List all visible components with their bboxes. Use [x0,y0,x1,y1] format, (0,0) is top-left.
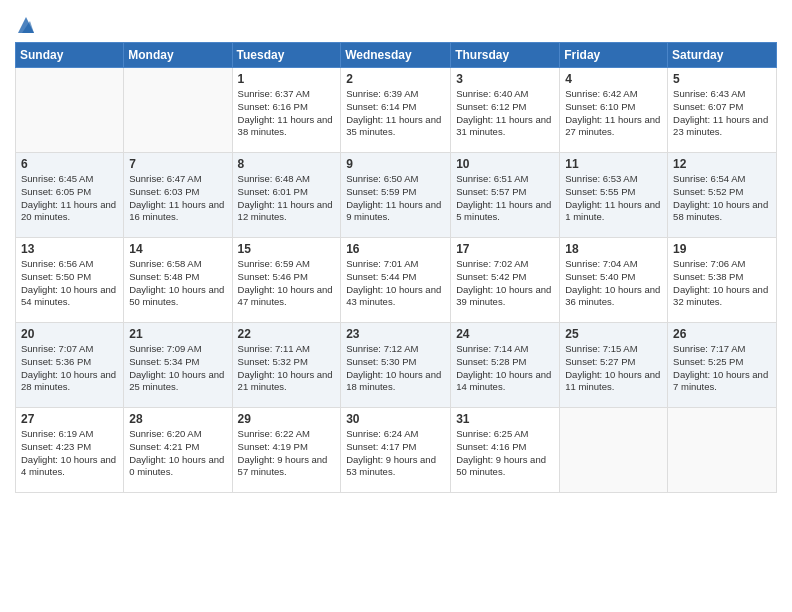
day-number: 22 [238,327,336,341]
logo-icon [16,15,36,37]
day-number: 29 [238,412,336,426]
calendar-cell: 6Sunrise: 6:45 AM Sunset: 6:05 PM Daylig… [16,153,124,238]
day-number: 8 [238,157,336,171]
week-row: 27Sunrise: 6:19 AM Sunset: 4:23 PM Dayli… [16,408,777,493]
calendar-cell: 8Sunrise: 6:48 AM Sunset: 6:01 PM Daylig… [232,153,341,238]
day-detail: Sunrise: 7:06 AM Sunset: 5:38 PM Dayligh… [673,258,771,309]
logo-general [15,15,36,37]
col-header-friday: Friday [560,43,668,68]
day-number: 18 [565,242,662,256]
calendar-cell: 17Sunrise: 7:02 AM Sunset: 5:42 PM Dayli… [451,238,560,323]
day-detail: Sunrise: 7:12 AM Sunset: 5:30 PM Dayligh… [346,343,445,394]
day-detail: Sunrise: 6:54 AM Sunset: 5:52 PM Dayligh… [673,173,771,224]
calendar-cell: 22Sunrise: 7:11 AM Sunset: 5:32 PM Dayli… [232,323,341,408]
logo [15,15,36,34]
day-number: 19 [673,242,771,256]
col-header-thursday: Thursday [451,43,560,68]
header-row: SundayMondayTuesdayWednesdayThursdayFrid… [16,43,777,68]
day-detail: Sunrise: 7:07 AM Sunset: 5:36 PM Dayligh… [21,343,118,394]
day-detail: Sunrise: 6:56 AM Sunset: 5:50 PM Dayligh… [21,258,118,309]
day-number: 14 [129,242,226,256]
day-detail: Sunrise: 6:59 AM Sunset: 5:46 PM Dayligh… [238,258,336,309]
day-number: 28 [129,412,226,426]
day-number: 6 [21,157,118,171]
day-number: 10 [456,157,554,171]
calendar-cell: 19Sunrise: 7:06 AM Sunset: 5:38 PM Dayli… [668,238,777,323]
calendar-cell: 27Sunrise: 6:19 AM Sunset: 4:23 PM Dayli… [16,408,124,493]
calendar: SundayMondayTuesdayWednesdayThursdayFrid… [15,42,777,493]
day-detail: Sunrise: 6:53 AM Sunset: 5:55 PM Dayligh… [565,173,662,224]
col-header-tuesday: Tuesday [232,43,341,68]
day-number: 11 [565,157,662,171]
day-number: 23 [346,327,445,341]
calendar-cell: 7Sunrise: 6:47 AM Sunset: 6:03 PM Daylig… [124,153,232,238]
day-number: 24 [456,327,554,341]
calendar-cell: 28Sunrise: 6:20 AM Sunset: 4:21 PM Dayli… [124,408,232,493]
calendar-cell: 9Sunrise: 6:50 AM Sunset: 5:59 PM Daylig… [341,153,451,238]
day-detail: Sunrise: 6:45 AM Sunset: 6:05 PM Dayligh… [21,173,118,224]
page: SundayMondayTuesdayWednesdayThursdayFrid… [0,0,792,508]
day-detail: Sunrise: 6:50 AM Sunset: 5:59 PM Dayligh… [346,173,445,224]
calendar-cell: 21Sunrise: 7:09 AM Sunset: 5:34 PM Dayli… [124,323,232,408]
day-detail: Sunrise: 7:02 AM Sunset: 5:42 PM Dayligh… [456,258,554,309]
day-number: 20 [21,327,118,341]
calendar-cell: 30Sunrise: 6:24 AM Sunset: 4:17 PM Dayli… [341,408,451,493]
header [15,10,777,34]
week-row: 20Sunrise: 7:07 AM Sunset: 5:36 PM Dayli… [16,323,777,408]
day-number: 2 [346,72,445,86]
calendar-cell: 12Sunrise: 6:54 AM Sunset: 5:52 PM Dayli… [668,153,777,238]
day-detail: Sunrise: 6:19 AM Sunset: 4:23 PM Dayligh… [21,428,118,479]
calendar-cell: 20Sunrise: 7:07 AM Sunset: 5:36 PM Dayli… [16,323,124,408]
calendar-cell: 11Sunrise: 6:53 AM Sunset: 5:55 PM Dayli… [560,153,668,238]
day-detail: Sunrise: 7:15 AM Sunset: 5:27 PM Dayligh… [565,343,662,394]
day-detail: Sunrise: 6:37 AM Sunset: 6:16 PM Dayligh… [238,88,336,139]
calendar-cell: 14Sunrise: 6:58 AM Sunset: 5:48 PM Dayli… [124,238,232,323]
day-number: 13 [21,242,118,256]
day-detail: Sunrise: 6:20 AM Sunset: 4:21 PM Dayligh… [129,428,226,479]
day-detail: Sunrise: 6:40 AM Sunset: 6:12 PM Dayligh… [456,88,554,139]
day-detail: Sunrise: 7:11 AM Sunset: 5:32 PM Dayligh… [238,343,336,394]
day-number: 25 [565,327,662,341]
day-detail: Sunrise: 6:24 AM Sunset: 4:17 PM Dayligh… [346,428,445,479]
day-number: 31 [456,412,554,426]
day-number: 1 [238,72,336,86]
day-detail: Sunrise: 7:17 AM Sunset: 5:25 PM Dayligh… [673,343,771,394]
day-number: 17 [456,242,554,256]
day-detail: Sunrise: 6:51 AM Sunset: 5:57 PM Dayligh… [456,173,554,224]
calendar-cell [16,68,124,153]
col-header-monday: Monday [124,43,232,68]
day-number: 15 [238,242,336,256]
day-detail: Sunrise: 6:47 AM Sunset: 6:03 PM Dayligh… [129,173,226,224]
calendar-cell: 18Sunrise: 7:04 AM Sunset: 5:40 PM Dayli… [560,238,668,323]
calendar-cell: 5Sunrise: 6:43 AM Sunset: 6:07 PM Daylig… [668,68,777,153]
calendar-cell: 26Sunrise: 7:17 AM Sunset: 5:25 PM Dayli… [668,323,777,408]
day-detail: Sunrise: 7:14 AM Sunset: 5:28 PM Dayligh… [456,343,554,394]
day-number: 21 [129,327,226,341]
day-number: 12 [673,157,771,171]
day-detail: Sunrise: 7:01 AM Sunset: 5:44 PM Dayligh… [346,258,445,309]
calendar-cell: 15Sunrise: 6:59 AM Sunset: 5:46 PM Dayli… [232,238,341,323]
calendar-cell: 24Sunrise: 7:14 AM Sunset: 5:28 PM Dayli… [451,323,560,408]
calendar-cell: 4Sunrise: 6:42 AM Sunset: 6:10 PM Daylig… [560,68,668,153]
week-row: 6Sunrise: 6:45 AM Sunset: 6:05 PM Daylig… [16,153,777,238]
calendar-cell [560,408,668,493]
col-header-saturday: Saturday [668,43,777,68]
calendar-cell: 25Sunrise: 7:15 AM Sunset: 5:27 PM Dayli… [560,323,668,408]
day-number: 4 [565,72,662,86]
day-number: 16 [346,242,445,256]
day-detail: Sunrise: 6:25 AM Sunset: 4:16 PM Dayligh… [456,428,554,479]
calendar-cell: 29Sunrise: 6:22 AM Sunset: 4:19 PM Dayli… [232,408,341,493]
day-detail: Sunrise: 6:48 AM Sunset: 6:01 PM Dayligh… [238,173,336,224]
day-number: 30 [346,412,445,426]
calendar-cell: 16Sunrise: 7:01 AM Sunset: 5:44 PM Dayli… [341,238,451,323]
day-number: 9 [346,157,445,171]
calendar-cell: 23Sunrise: 7:12 AM Sunset: 5:30 PM Dayli… [341,323,451,408]
calendar-cell: 31Sunrise: 6:25 AM Sunset: 4:16 PM Dayli… [451,408,560,493]
calendar-cell: 1Sunrise: 6:37 AM Sunset: 6:16 PM Daylig… [232,68,341,153]
calendar-cell [668,408,777,493]
day-detail: Sunrise: 6:22 AM Sunset: 4:19 PM Dayligh… [238,428,336,479]
day-detail: Sunrise: 7:09 AM Sunset: 5:34 PM Dayligh… [129,343,226,394]
day-detail: Sunrise: 6:43 AM Sunset: 6:07 PM Dayligh… [673,88,771,139]
day-detail: Sunrise: 6:58 AM Sunset: 5:48 PM Dayligh… [129,258,226,309]
day-detail: Sunrise: 7:04 AM Sunset: 5:40 PM Dayligh… [565,258,662,309]
